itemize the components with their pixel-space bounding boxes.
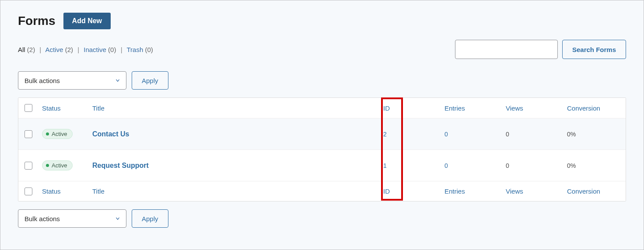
filter-count: (2) [65, 46, 73, 53]
bulk-actions-select[interactable]: Bulk actions [18, 209, 126, 228]
table-wrap: Status Title ID Entries Views Conversion… [18, 97, 626, 201]
form-id: 2 [383, 131, 387, 138]
bulk-select-label: Bulk actions [24, 215, 60, 222]
select-all-checkbox[interactable] [24, 104, 32, 112]
form-id: 1 [383, 162, 387, 169]
col-footer-entries[interactable]: Entries [444, 188, 506, 195]
filter-count: (2) [27, 46, 35, 53]
conversion-value: 0% [567, 162, 576, 169]
filter-inactive[interactable]: Inactive (0) [84, 46, 118, 53]
filter-label: Inactive [84, 46, 106, 53]
filter-count: (0) [108, 46, 116, 53]
col-footer-status[interactable]: Status [42, 188, 92, 195]
separator: | [121, 46, 122, 53]
row-checkbox[interactable] [24, 130, 32, 138]
status-dot-icon [46, 132, 49, 135]
select-all-checkbox-bottom[interactable] [24, 188, 32, 195]
col-header-entries[interactable]: Entries [444, 104, 506, 112]
separator: | [39, 46, 41, 53]
form-title-link[interactable]: Contact Us [92, 130, 129, 138]
filter-count: (0) [145, 46, 153, 53]
bulk-actions-select[interactable]: Bulk actions [18, 71, 126, 90]
col-header-id[interactable]: ID [383, 104, 444, 112]
status-text: Active [52, 162, 67, 169]
views-value: 0 [506, 131, 509, 138]
entries-link[interactable]: 0 [444, 162, 448, 169]
topbar: All (2) | Active (2) | Inactive (0) | Tr… [18, 40, 626, 59]
add-new-button[interactable]: Add New [63, 13, 111, 29]
search-button[interactable]: Search Forms [562, 40, 626, 59]
bulk-select-label: Bulk actions [24, 77, 60, 84]
table-header: Status Title ID Entries Views Conversion [18, 98, 626, 118]
status-badge[interactable]: Active [42, 129, 73, 139]
page-title: Forms [18, 14, 56, 28]
views-value: 0 [506, 162, 509, 169]
filter-all[interactable]: All (2) [18, 46, 37, 53]
col-header-conversion[interactable]: Conversion [567, 104, 620, 112]
table-footer: Status Title ID Entries Views Conversion [18, 181, 626, 201]
filter-label: All [18, 46, 25, 53]
col-footer-views[interactable]: Views [506, 188, 567, 195]
chevron-down-icon [115, 215, 121, 222]
entries-link[interactable]: 0 [444, 131, 448, 138]
form-title-link[interactable]: Request Support [92, 162, 149, 169]
table-row: Active Request Support 1 0 0 0% [18, 149, 626, 181]
status-text: Active [52, 131, 67, 137]
search-area: Search Forms [455, 40, 626, 59]
forms-table: Status Title ID Entries Views Conversion… [18, 97, 626, 201]
page-container: Forms Add New All (2) | Active (2) | Ina… [0, 0, 644, 250]
filter-views: All (2) | Active (2) | Inactive (0) | Tr… [18, 46, 153, 53]
filter-label: Active [46, 46, 63, 53]
col-header-title[interactable]: Title [92, 104, 383, 112]
filter-trash[interactable]: Trash (0) [126, 46, 153, 53]
apply-button[interactable]: Apply [132, 71, 168, 90]
row-checkbox[interactable] [24, 162, 32, 170]
col-footer-title[interactable]: Title [92, 188, 383, 195]
table-row: Active Contact Us 2 0 0 0% [18, 118, 626, 149]
filter-active[interactable]: Active (2) [46, 46, 75, 53]
status-badge[interactable]: Active [42, 160, 73, 170]
page-header: Forms Add New [18, 13, 626, 29]
filter-label: Trash [126, 46, 143, 53]
col-header-status[interactable]: Status [42, 104, 92, 112]
chevron-down-icon [115, 77, 121, 83]
separator: | [77, 46, 79, 53]
apply-button[interactable]: Apply [132, 209, 168, 228]
col-footer-conversion[interactable]: Conversion [567, 188, 620, 195]
status-dot-icon [46, 164, 49, 167]
conversion-value: 0% [567, 131, 576, 138]
col-footer-id[interactable]: ID [383, 188, 444, 195]
col-header-views[interactable]: Views [506, 104, 567, 112]
bulk-actions-bottom: Bulk actions Apply [18, 209, 626, 228]
bulk-actions-top: Bulk actions Apply [18, 71, 626, 90]
search-input[interactable] [455, 40, 558, 59]
